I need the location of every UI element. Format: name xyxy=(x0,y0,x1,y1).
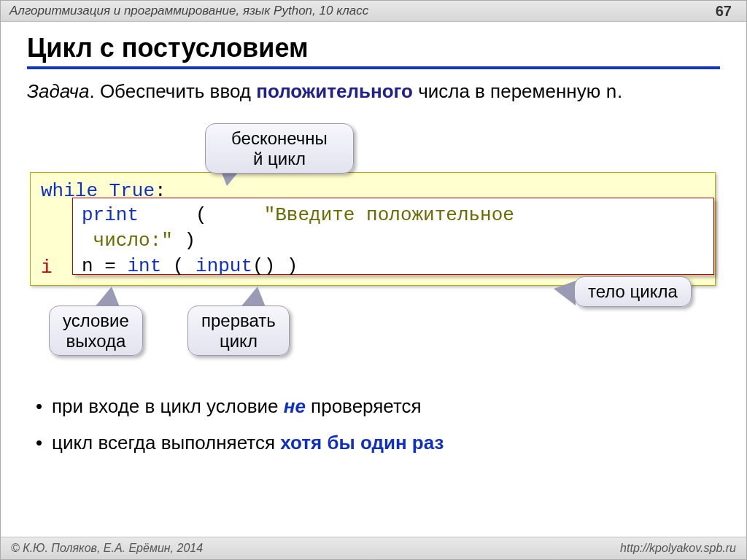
kw-print: print xyxy=(82,204,139,226)
bullet-1-text-1: при входе в цикл условие xyxy=(52,395,284,417)
callout-loop-body: тело цикла xyxy=(574,276,692,307)
string-literal-1: "Введите положительное xyxy=(264,204,514,226)
breadcrumb: Алгоритмизация и программирование, язык … xyxy=(9,4,368,18)
kw-input: input xyxy=(196,255,252,277)
bullet-1: при входе в цикл условие не проверяется xyxy=(36,392,717,421)
bullet-2-em: хотя бы один раз xyxy=(280,432,444,454)
bullet-2-text-1: цикл всегда выполняется xyxy=(52,432,280,454)
problem-text-3: . xyxy=(617,80,622,102)
end-call: () ) xyxy=(252,255,298,277)
problem-text-1: . Обеспечить ввод xyxy=(89,80,256,102)
inner-line-1: print ( "Введите положительное xyxy=(82,203,705,228)
callout-exit-condition-tail xyxy=(96,288,119,307)
topbar: Алгоритмизация и программирование, язык … xyxy=(1,1,746,22)
problem-text-2: числа в переменную xyxy=(413,80,605,102)
problem-statement: Задача. Обеспечить ввод положительного ч… xyxy=(27,79,720,106)
code-i: i xyxy=(41,257,53,279)
problem-var: n xyxy=(605,82,617,104)
page-number: 67 xyxy=(716,3,738,20)
footer-left: © К.Ю. Поляков, Е.А. Ерёмин, 2014 xyxy=(11,542,203,555)
callout-break-loop-tail xyxy=(241,288,265,307)
footer: © К.Ю. Поляков, Е.А. Ерёмин, 2014 http:/… xyxy=(1,537,746,559)
callout-break-loop: прервать цикл xyxy=(187,306,290,356)
task-label: Задача xyxy=(27,80,89,102)
mid-paren: ( xyxy=(161,255,196,277)
callout-exit-condition: условие выхода xyxy=(49,306,143,356)
callout-loop-body-tail xyxy=(555,281,576,305)
inner-line-1b: число:" ) xyxy=(82,228,705,254)
footer-right: http://kpolyakov.spb.ru xyxy=(620,542,736,555)
bullet-1-text-2: проверяется xyxy=(306,395,422,417)
kw-int: int xyxy=(127,255,161,277)
string-literal-2: число:" xyxy=(93,230,173,252)
bullet-1-em: не xyxy=(284,395,306,417)
assign-n: n = xyxy=(82,255,127,277)
slide-title: Цикл с постусловием xyxy=(27,33,720,69)
problem-strong: положительного xyxy=(256,80,413,102)
close-paren: ) xyxy=(173,230,196,252)
slide-root: Алгоритмизация и программирование, язык … xyxy=(0,0,747,560)
code-body-box: print ( "Введите положительное число:" )… xyxy=(72,198,714,275)
callout-infinite-loop: бесконечны й цикл xyxy=(205,123,354,174)
bullet-list: при входе в цикл условие не проверяется … xyxy=(36,392,717,465)
bullet-2: цикл всегда выполняется хотя бы один раз xyxy=(36,428,717,457)
